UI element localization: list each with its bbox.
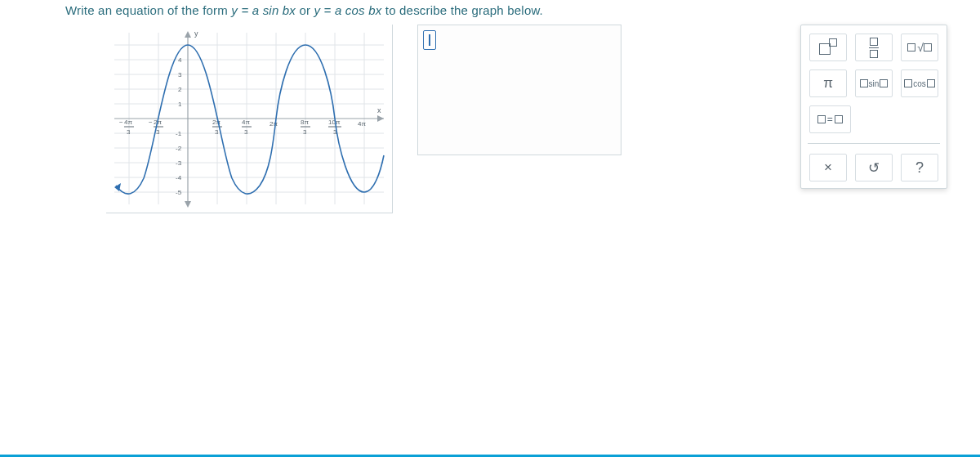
sin-label: sin [869,79,880,88]
keypad-sin-button[interactable]: sin [855,69,893,97]
answer-input-area[interactable] [417,25,621,155]
svg-text:3: 3 [244,128,248,136]
ytick: -2 [176,145,182,152]
keypad-reset-button[interactable]: ↺ [855,154,893,181]
xtick: 2π [270,120,278,128]
svg-text:3: 3 [127,128,131,136]
keypad-nthroot-button[interactable]: √ [901,34,938,61]
y-axis-label: y [194,29,198,38]
svg-text:4π: 4π [242,119,250,126]
prompt-eq1: y = a sin bx [231,3,296,17]
svg-text:3: 3 [156,128,160,136]
graph-svg: y x 4 3 2 1 -1 -2 -3 -4 -5 −4π3 −2π3 2π3… [106,25,392,213]
ytick: 3 [178,71,182,78]
prompt-post: to describe the graph below. [385,3,543,17]
keypad-clear-button[interactable]: × [809,154,847,181]
svg-text:4π: 4π [358,120,366,128]
cos-label: cos [913,79,926,88]
xtick: 4π [358,120,366,128]
ytick: 1 [178,101,182,108]
svg-text:3: 3 [215,128,219,136]
svg-marker-22 [185,201,191,208]
equation-cursor[interactable] [423,30,436,50]
help-icon: ? [915,159,924,177]
prompt-mid: or [299,3,314,17]
svg-text:−: − [119,119,123,126]
keypad-help-button[interactable]: ? [901,154,938,181]
prompt-pre: Write an equation of the form [65,3,231,17]
keypad-cos-button[interactable]: cos [901,69,938,97]
graph-panel: y x 4 3 2 1 -1 -2 -3 -4 -5 −4π3 −2π3 2π3… [106,25,393,213]
question-prompt: Write an equation of the form y = a sin … [65,3,947,17]
prompt-eq2: y = a cos bx [314,3,382,17]
keypad-equals-button[interactable]: = [809,105,851,133]
ytick: 4 [178,56,182,64]
ytick: 2 [178,86,182,93]
keypad-pi-button[interactable]: π [809,69,847,97]
close-icon: × [824,159,832,176]
pi-icon: π [823,75,833,92]
ytick: -3 [176,159,182,167]
svg-text:2π: 2π [270,120,278,128]
svg-marker-19 [377,115,384,122]
ytick: -1 [176,130,182,137]
math-keypad: √ π sin cos = [800,25,947,189]
svg-text:3: 3 [303,128,307,136]
x-axis-label: x [377,106,381,114]
equals-icon: = [827,114,833,125]
svg-text:8π: 8π [301,119,309,126]
reset-icon: ↺ [868,159,880,177]
keypad-fraction-button[interactable] [855,34,893,61]
svg-text:4π: 4π [124,119,132,126]
svg-text:2π: 2π [212,119,220,126]
svg-marker-21 [185,31,191,38]
ytick: -5 [176,189,182,196]
ytick: -4 [176,174,182,181]
keypad-exponent-button[interactable] [809,34,847,61]
svg-text:−: − [149,119,153,126]
